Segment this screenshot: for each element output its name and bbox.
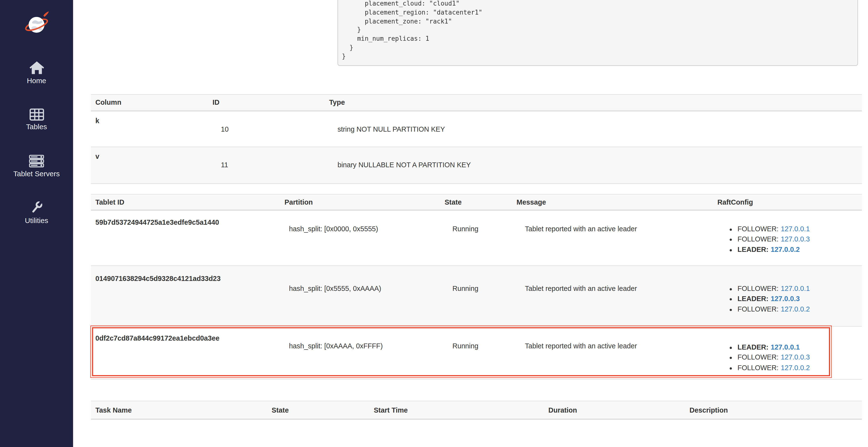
message-cell: Tablet reported with an active leader — [512, 327, 713, 379]
column-name: v — [91, 147, 208, 183]
tasks-table-header: Task Name State Start Time Duration Desc… — [91, 402, 862, 420]
page: Home Tables — [0, 0, 868, 447]
raft-peer: LEADER:127.0.0.1 — [738, 342, 857, 352]
raftconfig-cell: FOLLOWER:127.0.0.1 FOLLOWER:127.0.0.3 LE… — [713, 211, 862, 265]
column-name: k — [91, 111, 208, 147]
column-header-type: Type — [324, 95, 862, 110]
raft-peer: FOLLOWER:127.0.0.2 — [738, 363, 857, 373]
raft-peer: LEADER:127.0.0.2 — [738, 245, 857, 255]
sidebar-item-label: Tablet Servers — [0, 170, 73, 178]
raft-peer-link[interactable]: 127.0.0.3 — [781, 235, 810, 243]
task-header-description: Description — [685, 402, 862, 419]
raft-peer-link[interactable]: 127.0.0.1 — [781, 225, 810, 233]
raft-role: LEADER: — [738, 343, 769, 351]
tablet-row-highlighted: 0df2c7cd87a844c99172ea1ebcd0a3ee hash_sp… — [91, 327, 862, 380]
yugabytedb-logo[interactable] — [24, 11, 50, 37]
tablet-row: 0149071638294c5d9328c4121ad33d23 hash_sp… — [91, 266, 862, 327]
column-id: 11 — [208, 147, 325, 183]
raft-role: FOLLOWER: — [738, 305, 778, 313]
state-cell: Running — [440, 211, 512, 265]
message-cell: Tablet reported with an active leader — [512, 211, 713, 265]
tablets-table-header: Tablet ID Partition State Message RaftCo… — [91, 195, 862, 211]
home-icon — [29, 61, 44, 75]
raft-peer: FOLLOWER:127.0.0.3 — [738, 234, 857, 245]
raft-role: FOLLOWER: — [738, 225, 778, 233]
tables-icon — [29, 108, 44, 121]
raft-peer-link[interactable]: 127.0.0.1 — [771, 343, 800, 351]
raft-peer-link[interactable]: 127.0.0.2 — [771, 246, 800, 253]
raft-role: FOLLOWER: — [738, 354, 778, 362]
tablet-header-partition: Partition — [280, 195, 440, 210]
raft-role: LEADER: — [738, 295, 769, 303]
raft-peer-link[interactable]: 127.0.0.2 — [781, 364, 810, 372]
column-header-column: Column — [91, 95, 208, 110]
placement-config-code-block: placement_cloud: "cloud1" placement_regi… — [337, 0, 858, 66]
task-header-state: State — [267, 402, 369, 419]
message-cell: Tablet reported with an active leader — [512, 266, 713, 326]
sidebar-item-label: Home — [0, 77, 73, 84]
tablet-row: 59b7d53724944725a1e3edfe9c5a1440 hash_sp… — [91, 211, 862, 266]
column-type: string NOT NULL PARTITION KEY — [324, 111, 862, 147]
raft-peer: FOLLOWER:127.0.0.3 — [738, 352, 857, 363]
raft-peer: LEADER:127.0.0.3 — [738, 294, 857, 304]
raftconfig-cell: FOLLOWER:127.0.0.1 LEADER:127.0.0.3 FOLL… — [713, 266, 862, 326]
tablet-id-cell: 59b7d53724944725a1e3edfe9c5a1440 — [91, 211, 280, 265]
raft-peer-link[interactable]: 127.0.0.1 — [781, 285, 810, 293]
sidebar-item-utilities[interactable]: Utilities — [0, 201, 73, 225]
sidebar-item-home[interactable]: Home — [0, 61, 73, 85]
raft-role: FOLLOWER: — [738, 364, 778, 372]
partition-cell: hash_split: [0xAAAA, 0xFFFF) — [280, 327, 440, 379]
tablet-header-message: Message — [512, 195, 713, 210]
state-cell: Running — [440, 266, 512, 326]
raft-role: FOLLOWER: — [738, 285, 778, 293]
raft-peer: FOLLOWER:127.0.0.1 — [738, 284, 857, 294]
table-row: v 11 binary NULLABLE NOT A PARTITION KEY — [91, 147, 862, 184]
tablet-id-cell: 0df2c7cd87a844c99172ea1ebcd0a3ee — [91, 327, 280, 379]
tablets-table: Tablet ID Partition State Message RaftCo… — [91, 194, 862, 380]
column-id: 10 — [208, 111, 325, 147]
tasks-table: Task Name State Start Time Duration Desc… — [91, 401, 862, 420]
state-cell: Running — [440, 327, 512, 379]
tablet-header-raftconfig: RaftConfig — [713, 195, 862, 210]
sidebar-item-tables[interactable]: Tables — [0, 108, 73, 131]
utilities-wrench-icon — [30, 201, 43, 214]
placement-config-text: placement_cloud: "cloud1" placement_regi… — [342, 0, 852, 61]
raft-peer: FOLLOWER:127.0.0.1 — [738, 224, 857, 234]
task-header-name: Task Name — [91, 402, 267, 419]
sidebar-item-label: Utilities — [0, 217, 73, 225]
partition-cell: hash_split: [0x5555, 0xAAAA) — [280, 266, 440, 326]
task-header-start-time: Start Time — [369, 402, 544, 419]
sidebar-item-tablet-servers[interactable]: Tablet Servers — [0, 154, 73, 178]
partition-cell: hash_split: [0x0000, 0x5555) — [280, 211, 440, 265]
column-header-id: ID — [208, 95, 325, 110]
tablet-header-id: Tablet ID — [91, 195, 280, 210]
columns-table: Column ID Type k 10 string NOT NULL PART… — [91, 94, 862, 184]
tablet-servers-icon — [29, 154, 44, 168]
raft-role: LEADER: — [738, 246, 769, 253]
column-type: binary NULLABLE NOT A PARTITION KEY — [324, 147, 862, 183]
raft-peer-link[interactable]: 127.0.0.3 — [781, 354, 810, 362]
sidebar: Home Tables — [0, 0, 73, 447]
sidebar-item-label: Tables — [0, 123, 73, 131]
raftconfig-cell: LEADER:127.0.0.1 FOLLOWER:127.0.0.3 FOLL… — [713, 327, 862, 379]
planet-logo-icon — [24, 11, 50, 37]
raft-role: FOLLOWER: — [738, 235, 778, 243]
columns-table-header: Column ID Type — [91, 95, 862, 111]
raft-peer-link[interactable]: 127.0.0.3 — [771, 295, 800, 303]
tablet-id-cell: 0149071638294c5d9328c4121ad33d23 — [91, 266, 280, 326]
raft-peer: FOLLOWER:127.0.0.2 — [738, 304, 857, 314]
task-header-duration: Duration — [544, 402, 685, 419]
raft-peer-link[interactable]: 127.0.0.2 — [781, 305, 810, 313]
table-row: k 10 string NOT NULL PARTITION KEY — [91, 111, 862, 147]
tablet-header-state: State — [440, 195, 512, 210]
